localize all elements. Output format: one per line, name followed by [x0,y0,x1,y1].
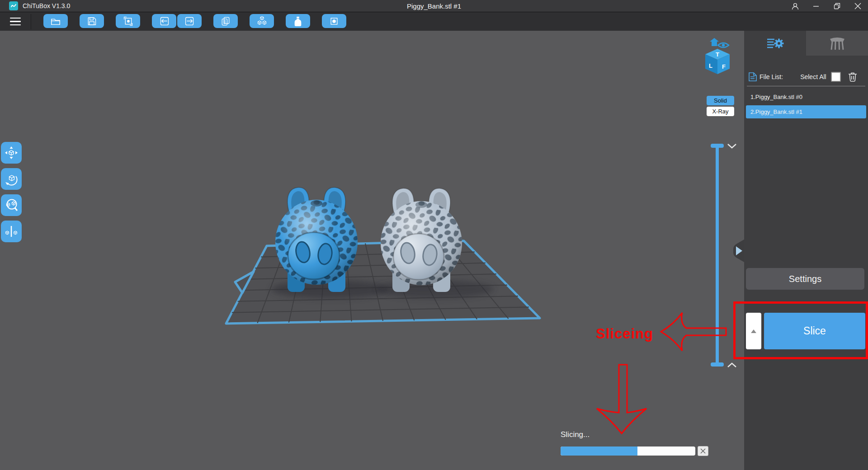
minimize-button[interactable] [806,0,826,12]
svg-text:F: F [722,63,726,70]
mirror-icon [4,224,19,239]
title-bar: ChiTuBox V1.3.0 Piggy_Bank.stl #1 [0,0,868,12]
transform-toolbar [1,142,22,242]
redo-button[interactable] [177,14,202,28]
menu-button[interactable] [5,14,25,29]
view-orientation-widget[interactable]: T L F [705,38,730,74]
clone-button[interactable] [213,14,238,28]
slider-bottom-cap[interactable] [711,362,724,367]
tab-settings[interactable] [744,31,806,56]
move-tool-button[interactable] [1,142,22,164]
close-icon [700,448,706,454]
viewport-area: T L F Sliceing [0,31,868,470]
slider-top-cap[interactable] [711,144,724,148]
save-icon [86,16,97,27]
save-button[interactable] [80,14,104,28]
toolbar-separator [31,14,31,29]
trash-icon [848,72,857,82]
restore-button[interactable] [826,0,847,12]
mirror-tool-button[interactable] [1,221,22,242]
rotate-icon [4,172,19,186]
screenshot-icon [123,15,134,27]
delete-files-button[interactable] [848,72,857,82]
view-cube-icon[interactable]: T L F [705,49,730,74]
scale-tool-button[interactable] [1,194,22,216]
progress-fill [561,446,637,456]
file-list-item[interactable]: 1.Piggy_Bank.stl #0 [746,90,866,103]
arrange-button[interactable] [250,14,274,28]
file-list-title: File List: [760,73,783,80]
svg-text:L: L [709,62,712,69]
redo-arrow-icon [184,15,195,27]
layer-slider[interactable] [711,144,724,367]
file-list-item[interactable]: 2.Piggy_Bank.stl #1 [746,105,866,118]
file-list-icon [749,72,757,81]
rotate-tool-button[interactable] [1,168,22,190]
eye-icon[interactable] [718,43,729,47]
right-panel: File List: Select All 1.Piggy_Bank.stl #… [744,31,868,470]
divider [747,86,865,86]
open-folder-icon [50,16,61,27]
arrange-cubes-icon [256,15,268,27]
main-toolbar [0,12,868,31]
render-mode-toggle: Solid X-Ray [707,96,734,116]
cancel-slicing-button[interactable] [698,446,708,456]
svg-text:T: T [716,51,719,58]
settings-tab-icon [765,34,786,52]
slice-button[interactable]: Slice [764,313,865,349]
settings-button[interactable]: Settings [746,268,864,290]
hollow-bottle-icon [293,16,303,27]
tab-support[interactable] [806,31,868,56]
slicing-progress-bar [561,446,695,456]
open-file-button[interactable] [43,14,68,28]
chevron-down-icon[interactable] [728,144,736,148]
sliceing-annotation-text: Sliceing [596,326,653,342]
document-title: Piggy_Bank.stl #1 [0,2,868,10]
hollow-button[interactable] [286,14,310,28]
slice-options-spinner[interactable] [746,313,761,349]
support-tab-icon [827,34,848,52]
chitubox-window: ChiTuBox V1.3.0 Piggy_Bank.stl #1 [0,0,868,470]
undo-arrow-icon [159,15,170,27]
capture-button[interactable] [116,14,140,28]
close-button[interactable] [847,0,868,12]
dig-hole-icon [329,16,340,27]
panel-collapse-handle[interactable] [733,240,744,262]
move-icon [4,146,19,160]
dig-hole-button[interactable] [322,14,346,28]
undo-button[interactable] [152,14,176,28]
triangle-up-icon [751,329,756,333]
3d-viewport[interactable]: T L F Sliceing [0,31,744,470]
user-account-icon[interactable] [785,0,806,12]
chevron-up-icon[interactable] [728,363,736,367]
select-all-checkbox[interactable] [831,72,841,82]
clone-icon [220,16,231,27]
xray-mode-button[interactable]: X-Ray [707,107,734,116]
select-all-label: Select All [800,73,826,80]
annotation-arrow-down [597,365,646,433]
scale-icon [4,198,19,212]
slicing-status-text: Slicing... [561,430,590,439]
solid-mode-button[interactable]: Solid [707,96,734,105]
